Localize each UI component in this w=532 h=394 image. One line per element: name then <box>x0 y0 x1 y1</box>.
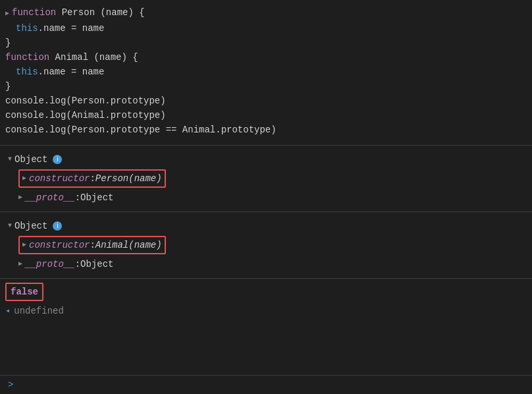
prompt-row[interactable]: > <box>0 375 532 394</box>
undefined-result-row: ◂ undefined <box>0 302 532 320</box>
false-result-row: false <box>0 281 532 302</box>
triangle-down-icon-1[interactable]: ▼ <box>8 152 12 167</box>
triangle-down-icon-2[interactable]: ▼ <box>8 219 12 233</box>
code-text-1: Person (name) { <box>56 6 144 19</box>
object-label-2: Object <box>14 219 47 233</box>
code-text-2: .name = name <box>38 22 105 35</box>
console-panel: ▶ function Person (name) { this .name = … <box>0 0 532 394</box>
triangle-icon-2[interactable]: ▶ <box>22 238 26 252</box>
constructor-highlight-2[interactable]: ▶ constructor : Animal(name) <box>18 236 166 254</box>
object-block-2: ▼ Object i ▶ constructor : Animal(name) … <box>0 215 532 275</box>
constructor-label-1: constructor <box>29 171 90 186</box>
constructor-row-2: ▶ constructor : Animal(name) <box>0 235 532 256</box>
code-text-3: } <box>5 36 11 49</box>
keyword-function-2: function <box>5 51 49 64</box>
code-line-4: function Animal (name) { <box>0 50 532 65</box>
proto-row-1: ▶ __proto__ : Object <box>0 189 532 206</box>
keyword-this-1: this <box>16 22 38 35</box>
output-area: ▼ Object i ▶ constructor : Person(name) … <box>0 148 532 320</box>
left-arrow-icon: ◂ <box>5 304 10 318</box>
code-text-9: console.log(Person.prototype == Animal.p… <box>5 123 277 136</box>
info-icon-1[interactable]: i <box>53 155 62 164</box>
keyword-function-1: function <box>12 6 56 19</box>
object-label-1: Object <box>14 152 47 167</box>
divider-2 <box>0 211 532 212</box>
code-line-8: console.log(Animal.prototype) <box>0 108 532 123</box>
divider-1 <box>0 145 532 146</box>
triangle-icon-1[interactable]: ▶ <box>22 171 26 186</box>
code-line-9: console.log(Person.prototype == Animal.p… <box>0 123 532 137</box>
expand-arrow-icon[interactable]: ▶ <box>5 7 9 20</box>
code-text-5: .name = name <box>38 65 105 78</box>
keyword-this-2: this <box>16 65 38 78</box>
code-line-5: this .name = name <box>0 65 532 79</box>
proto-value-1: Object <box>80 190 113 205</box>
prompt-icon: > <box>8 380 13 390</box>
proto-value-2: Object <box>80 257 113 271</box>
constructor-label-2: constructor <box>29 238 90 252</box>
code-text-6: } <box>5 80 11 93</box>
code-line-3: } <box>0 36 532 50</box>
info-icon-2[interactable]: i <box>53 221 62 231</box>
proto-row-2: ▶ __proto__ : Object <box>0 256 532 273</box>
code-line-6: } <box>0 79 532 94</box>
code-text-4: Animal (name) { <box>49 51 138 64</box>
code-line-7: console.log(Person.prototype) <box>0 94 532 108</box>
object-row-2: ▼ Object i <box>0 217 532 235</box>
triangle-proto-icon-1[interactable]: ▶ <box>18 190 22 205</box>
code-area: ▶ function Person (name) { this .name = … <box>0 0 532 142</box>
false-value: false <box>5 283 43 301</box>
code-line-1: ▶ function Person (name) { <box>0 5 532 21</box>
object-block-1: ▼ Object i ▶ constructor : Person(name) … <box>0 148 532 209</box>
constructor-value-1: Person(name) <box>95 171 162 186</box>
undefined-text: undefined <box>14 304 64 318</box>
code-line-2: this .name = name <box>0 21 532 36</box>
code-text-7: console.log(Person.prototype) <box>5 94 166 107</box>
proto-label-1: __proto__ <box>25 190 75 205</box>
triangle-proto-icon-2[interactable]: ▶ <box>18 257 22 271</box>
divider-3 <box>0 278 532 279</box>
proto-label-2: __proto__ <box>25 257 75 271</box>
object-row-1: ▼ Object i <box>0 151 532 168</box>
constructor-value-2: Animal(name) <box>95 238 162 252</box>
constructor-highlight-1[interactable]: ▶ constructor : Person(name) <box>18 169 166 188</box>
code-text-8: console.log(Animal.prototype) <box>5 109 166 122</box>
constructor-row-1: ▶ constructor : Person(name) <box>0 168 532 189</box>
